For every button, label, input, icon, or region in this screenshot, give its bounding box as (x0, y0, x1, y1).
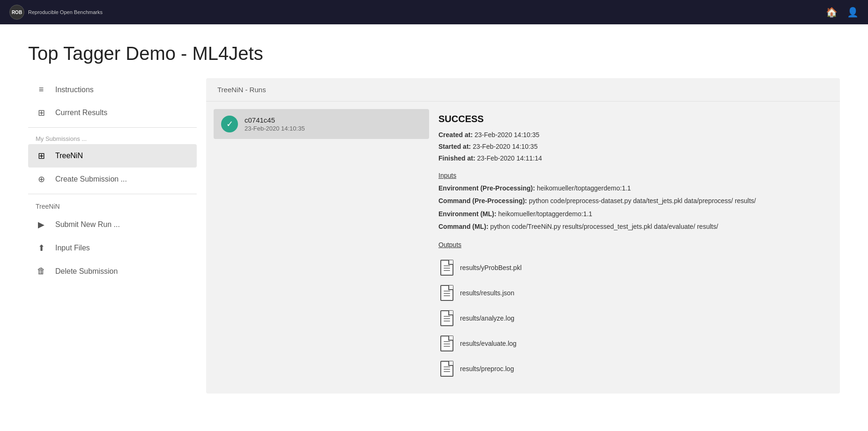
nav-icons: 🏠 👤 (826, 7, 859, 18)
create-submission-label: Create Submission ... (55, 175, 127, 183)
file-icon (440, 336, 453, 351)
submit-new-run-label: Submit New Run ... (55, 220, 120, 229)
play-icon: ▶ (36, 219, 47, 230)
sidebar-instructions-label: Instructions (55, 86, 94, 94)
outputs-section: results/yProbBest.pklresults/results.jso… (438, 255, 823, 381)
content-header: TreeNiN - Runs (206, 78, 840, 102)
brand-text: Reproducible Open Benchmarks (28, 9, 103, 15)
started-at: Started at: 23-Feb-2020 14:10:35 (438, 142, 823, 152)
run-item[interactable]: ✓ c0741c45 23-Feb-2020 14:10:35 (214, 109, 429, 139)
sidebar-item-create-submission[interactable]: ⊕ Create Submission ... (28, 168, 197, 191)
output-file-item[interactable]: results/analyze.log (438, 306, 823, 331)
sidebar-item-input-files[interactable]: ⬆ Input Files (28, 236, 197, 260)
output-filename: results/evaluate.log (460, 340, 517, 347)
sidebar-item-treenin[interactable]: ⊞ TreeNiN (28, 144, 197, 168)
sidebar-item-submit-new-run[interactable]: ▶ Submit New Run ... (28, 213, 197, 236)
table-icon: ⊞ (36, 108, 47, 118)
sidebar-item-current-results[interactable]: ⊞ Current Results (28, 101, 197, 124)
file-icon (440, 361, 453, 377)
content-body: ✓ c0741c45 23-Feb-2020 14:10:35 SUCCESS … (206, 102, 840, 394)
logo: ROB (9, 5, 24, 20)
output-file-item[interactable]: results/evaluate.log (438, 331, 823, 356)
output-filename: results/analyze.log (460, 314, 514, 322)
run-status: SUCCESS (438, 114, 823, 124)
menu-icon: ≡ (36, 85, 47, 95)
main-layout: ≡ Instructions ⊞ Current Results My Subm… (28, 78, 840, 394)
my-submissions-label: My Submissions ... (28, 131, 197, 144)
outputs-link[interactable]: Outputs (438, 241, 461, 248)
sidebar-item-delete-submission[interactable]: 🗑 Delete Submission (28, 260, 197, 283)
output-file-item[interactable]: results/yProbBest.pkl (438, 255, 823, 280)
output-file-item[interactable]: results/preproc.log (438, 356, 823, 381)
output-filename: results/yProbBest.pkl (460, 264, 522, 271)
trash-icon: 🗑 (36, 266, 47, 276)
content-area: TreeNiN - Runs ✓ c0741c45 23-Feb-2020 14… (206, 78, 840, 394)
sidebar-treenin-label: TreeNiN (55, 152, 83, 160)
inputs-link[interactable]: Inputs (438, 172, 456, 179)
file-icon (440, 285, 453, 301)
run-meta: Created at: 23-Feb-2020 14:10:35 Started… (438, 130, 823, 163)
sidebar-current-results-label: Current Results (55, 109, 107, 117)
sidebar: ≡ Instructions ⊞ Current Results My Subm… (28, 78, 206, 283)
sidebar-item-instructions[interactable]: ≡ Instructions (28, 78, 197, 101)
run-success-icon: ✓ (221, 116, 238, 132)
run-id: c0741c45 (245, 116, 305, 124)
sub-section-label: TreeNiN (28, 197, 197, 213)
upload-icon: ⬆ (36, 243, 47, 253)
top-navigation: ROB Reproducible Open Benchmarks 🏠 👤 (0, 0, 868, 24)
env-ml: Environment (ML): heikomueller/toptagger… (438, 209, 823, 219)
output-filename: results/preproc.log (460, 365, 514, 373)
page-title: Top Tagger Demo - ML4Jets (28, 43, 840, 64)
home-icon[interactable]: 🏠 (826, 7, 838, 18)
sidebar-divider-2 (28, 194, 197, 194)
brand: ROB Reproducible Open Benchmarks (9, 5, 103, 20)
page-content: Top Tagger Demo - ML4Jets ≡ Instructions… (0, 24, 868, 412)
cmd-preproc: Command (Pre-Processing): python code/pr… (438, 196, 823, 206)
grid-icon: ⊞ (36, 151, 47, 161)
run-info: c0741c45 23-Feb-2020 14:10:35 (245, 116, 305, 132)
input-files-label: Input Files (55, 244, 90, 252)
plus-icon: ⊕ (36, 174, 47, 184)
run-date: 23-Feb-2020 14:10:35 (245, 125, 305, 132)
runs-list: ✓ c0741c45 23-Feb-2020 14:10:35 (214, 109, 429, 386)
output-file-item[interactable]: results/results.json (438, 280, 823, 306)
sidebar-divider-1 (28, 127, 197, 128)
cmd-ml: Command (ML): python code/TreeNiN.py res… (438, 221, 823, 232)
run-details: SUCCESS Created at: 23-Feb-2020 14:10:35… (429, 109, 832, 386)
user-icon[interactable]: 👤 (847, 7, 859, 18)
output-filename: results/results.json (460, 289, 514, 297)
file-icon (440, 310, 453, 326)
logo-text: ROB (12, 10, 22, 15)
finished-at: Finished at: 23-Feb-2020 14:11:14 (438, 153, 823, 163)
file-icon (440, 260, 453, 276)
delete-submission-label: Delete Submission (55, 267, 118, 276)
env-preproc: Environment (Pre-Processing): heikomuell… (438, 183, 823, 193)
brand-line1: Reproducible Open Benchmarks (28, 9, 103, 15)
created-at: Created at: 23-Feb-2020 14:10:35 (438, 130, 823, 140)
